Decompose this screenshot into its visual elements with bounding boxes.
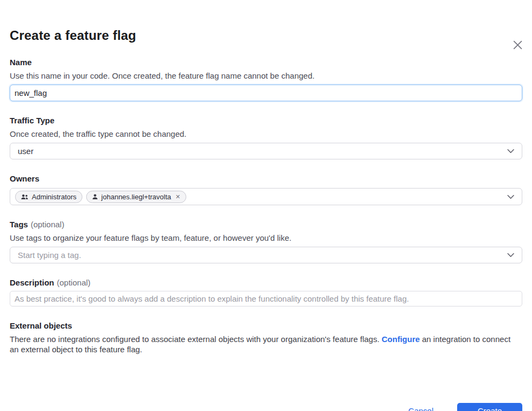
external-objects-text-before: There are no integrations configured to … bbox=[10, 335, 382, 344]
external-objects-section: External objects There are no integratio… bbox=[10, 321, 522, 354]
traffic-type-select[interactable]: user bbox=[10, 143, 522, 159]
owners-section: Owners Administrators bbox=[10, 174, 522, 205]
traffic-type-help-text: Once created, the traffic type cannot be… bbox=[10, 129, 522, 139]
close-button[interactable] bbox=[509, 37, 526, 53]
modal-title: Create a feature flag bbox=[10, 28, 522, 43]
owner-chip-label: Administrators bbox=[32, 193, 76, 201]
external-objects-text: There are no integrations configured to … bbox=[10, 334, 521, 354]
description-optional-label: (optional) bbox=[57, 278, 91, 287]
traffic-type-value: user bbox=[18, 147, 33, 156]
name-help-text: Use this name in your code. Once created… bbox=[10, 71, 522, 81]
external-objects-label: External objects bbox=[10, 321, 522, 330]
configure-link[interactable]: Configure bbox=[382, 335, 420, 344]
owner-chip-administrators[interactable]: Administrators bbox=[15, 191, 82, 203]
chevron-down-icon bbox=[507, 253, 514, 257]
name-input[interactable] bbox=[10, 85, 522, 101]
group-icon bbox=[21, 194, 29, 200]
tags-help-text: Use tags to organize your feature flags … bbox=[10, 233, 522, 243]
cancel-button[interactable]: Cancel bbox=[408, 406, 433, 411]
create-button[interactable]: Create bbox=[457, 403, 522, 411]
tags-optional-label: (optional) bbox=[31, 220, 65, 229]
owner-chip-user[interactable]: johannes.liegl+travolta ✕ bbox=[86, 191, 186, 203]
close-icon bbox=[513, 40, 523, 50]
description-label: Description bbox=[10, 278, 54, 287]
name-label: Name bbox=[10, 58, 522, 67]
owners-select[interactable]: Administrators johannes.liegl+travolta ✕ bbox=[10, 188, 522, 205]
chevron-down-icon bbox=[507, 149, 514, 154]
traffic-type-label: Traffic Type bbox=[10, 116, 522, 125]
person-icon bbox=[92, 194, 98, 200]
remove-owner-icon[interactable]: ✕ bbox=[176, 194, 180, 200]
owners-label: Owners bbox=[10, 174, 522, 183]
name-section: Name Use this name in your code. Once cr… bbox=[10, 58, 522, 101]
description-input[interactable] bbox=[10, 291, 522, 306]
tags-label: Tags bbox=[10, 220, 28, 229]
owner-chip-label: johannes.liegl+travolta bbox=[101, 193, 171, 201]
chevron-down-icon bbox=[507, 194, 514, 199]
traffic-type-section: Traffic Type Once created, the traffic t… bbox=[10, 116, 522, 159]
tags-section: Tags (optional) Use tags to organize you… bbox=[10, 220, 522, 263]
create-feature-flag-modal: Create a feature flag Name Use this name… bbox=[0, 28, 532, 411]
modal-footer: Cancel Create bbox=[408, 403, 522, 411]
description-section: Description (optional) bbox=[10, 278, 522, 306]
tags-placeholder: Start typing a tag. bbox=[18, 250, 81, 260]
tags-select[interactable]: Start typing a tag. bbox=[10, 247, 522, 263]
